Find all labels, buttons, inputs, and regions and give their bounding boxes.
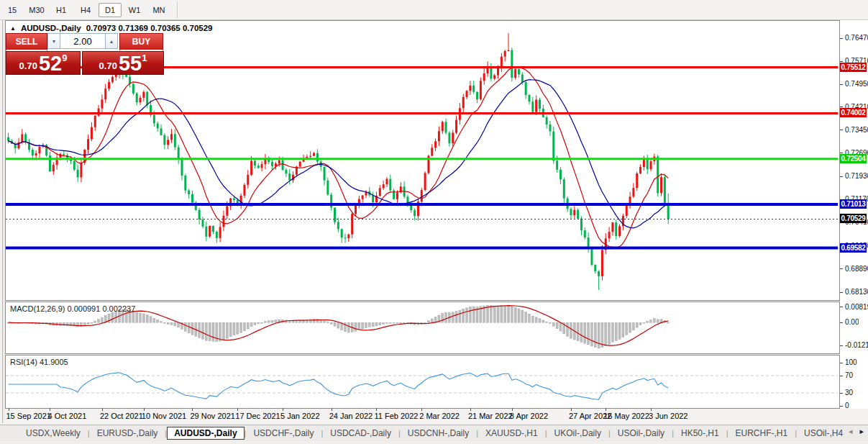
timeframe-button-MN[interactable]: MN [147,3,170,17]
chart-ohlc-values: 0.70973 0.71369 0.70365 0.70529 [86,24,213,32]
date-label: 15 Sep 2021 [6,412,51,420]
rsi-label: RSI(14) 41.9005 [10,358,68,366]
tab-scroll-right-icon[interactable]: ▸ [859,427,864,436]
sell-button[interactable]: SELL [6,33,47,51]
tab-scroll-arrows: ◂ ▸ [849,427,864,436]
sell-price-prefix: 0.70 [19,60,37,71]
quantity-decrease-button[interactable]: ▼ [47,33,60,49]
tab-scroll-left-icon[interactable]: ◂ [849,427,853,436]
rsi-panel[interactable] [5,355,840,409]
toolbar-separator [177,2,178,18]
chart-title: ▲ AUDUSD-,Daily 0.70973 0.71369 0.70365 … [10,24,213,32]
mt4-workspace: { "toolbar": {"timeframes": ["15","M30",… [0,0,868,444]
sell-price-big: 52 [39,54,62,73]
timeframe-button-H4[interactable]: H4 [74,3,97,17]
rsi-svg [6,355,838,407]
chart-tab-usdcad-daily[interactable]: USDCAD-,Daily [323,427,398,440]
collapse-chart-icon[interactable]: ▲ [10,25,16,32]
chart-tab-usdx-weekly[interactable]: USDX,Weekly [19,427,88,440]
chart-tab-usoil-daily[interactable]: USOil-,Daily [611,427,672,440]
timeframe-button-H1[interactable]: H1 [50,3,73,17]
chart-tab-ukoil-daily[interactable]: UKOil-,Daily [547,427,608,440]
date-label: 8 Apr 2022 [510,412,548,420]
bottom-strip [0,441,868,444]
date-label: 22 Oct 2021 [100,412,143,420]
date-label: 29 Nov 2021 [190,412,234,420]
macd-label: MACD(12,26,9) 0.000991 0.002237 [10,304,135,313]
timeframe-button-15[interactable]: 15 [1,3,24,17]
chart-tab-bar: USDX,Weekly|EURUSD-,Daily|AUDUSD-,Daily|… [0,425,868,441]
date-label: 17 Dec 2021 [235,412,280,420]
chart-tab-hk50-h1[interactable]: HK50-,H1 [674,427,726,440]
date-label: 10 Nov 2021 [142,412,186,420]
date-label: 21 Mar 2022 [468,412,513,420]
chart-tab-usdchf-daily[interactable]: USDCHF-,Daily [246,427,321,440]
price-axis-background [839,20,868,409]
buy-price-big: 55 [119,54,142,73]
date-label: 24 Jan 2022 [329,412,373,420]
timeframe-button-M30[interactable]: M30 [25,3,48,17]
sell-price-display[interactable]: 0.70 52 9 [6,51,81,75]
chart-symbol-period: AUDUSD-,Daily [21,24,81,32]
date-label: 11 Feb 2022 [374,412,418,420]
chart-tab-eurchf-h1[interactable]: EURCHF-,H1 [728,427,795,440]
chart-tab-xauusd-h1[interactable]: XAUUSD-,H1 [478,427,545,440]
chart-tab-usoil-h4[interactable]: USOil-,H4 [797,427,850,440]
timeframe-button-W1[interactable]: W1 [123,3,146,17]
date-label: 16 May 2022 [603,412,649,420]
buy-price-display[interactable]: 0.70 55 1 [82,51,164,75]
timeframe-button-D1[interactable]: D1 [99,3,122,17]
window-frame-line [2,20,3,423]
chart-tab-eurusd-daily[interactable]: EURUSD-,Daily [90,427,165,440]
one-click-trade-panel: SELL ▼ 2.00 ▲ BUY 0.70 52 9 0.70 55 1 [6,33,163,73]
buy-button[interactable]: BUY [119,33,163,51]
date-label: 3 Jun 2022 [649,412,687,420]
date-label: 5 Jan 2022 [280,412,319,420]
quantity-increase-button[interactable]: ▲ [105,33,118,49]
date-label: 27 Apr 2022 [569,412,611,420]
quantity-input[interactable]: 2.00 [60,33,105,49]
chart-tab-usdcnh-daily[interactable]: USDCNH-,Daily [401,427,476,440]
date-label: 4 Oct 2021 [47,412,86,420]
sell-price-pip: 9 [62,53,67,63]
window-frame-line [4,20,4,423]
buy-price-prefix: 0.70 [99,60,117,71]
buy-price-pip: 1 [142,53,147,63]
chart-tab-audusd-daily[interactable]: AUDUSD-,Daily [167,427,244,440]
timeframe-toolbar: 15M30H1H4D1W1MN [0,0,868,20]
date-label: 2 Mar 2022 [419,412,460,420]
